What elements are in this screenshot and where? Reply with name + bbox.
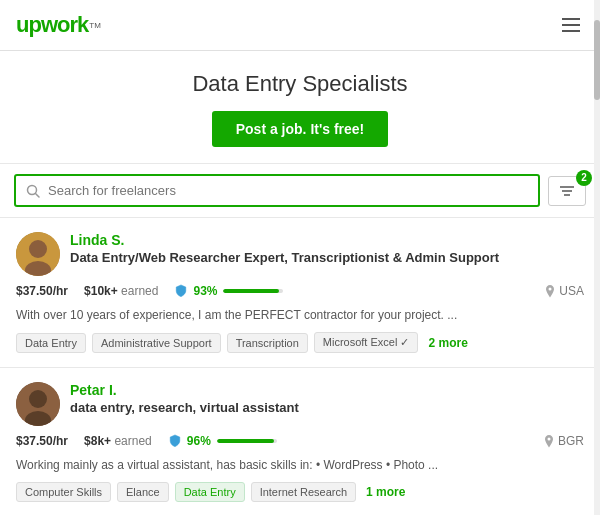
shield-icon (174, 284, 188, 298)
card-header: Petar I. data entry, research, virtual a… (16, 382, 584, 426)
hero-title: Data Entry Specialists (16, 71, 584, 97)
freelancer-name[interactable]: Petar I. (70, 382, 584, 398)
avatar (16, 382, 60, 426)
job-score: 96% (168, 434, 544, 448)
skill-tag[interactable]: Data Entry (175, 482, 245, 502)
shield-icon (168, 434, 182, 448)
score-bar (217, 439, 277, 443)
search-section: 2 (0, 163, 600, 218)
freelancer-description: Working mainly as a virtual assistant, h… (16, 456, 584, 474)
skill-tag[interactable]: Microsoft Excel ✓ (314, 332, 419, 353)
menu-button[interactable] (558, 14, 584, 36)
score-percent: 93% (193, 284, 217, 298)
location-text: BGR (558, 434, 584, 448)
freelancer-card: Petar I. data entry, research, virtual a… (0, 368, 600, 515)
hero-section: Data Entry Specialists Post a job. It's … (0, 51, 600, 163)
hamburger-line (562, 30, 580, 32)
location: BGR (544, 434, 584, 448)
skill-tag[interactable]: Internet Research (251, 482, 356, 502)
svg-line-1 (36, 193, 40, 197)
score-bar-fill (223, 289, 279, 293)
avatar (16, 232, 60, 276)
hamburger-line (562, 18, 580, 20)
filter-icon (559, 184, 575, 198)
hourly-rate: $37.50/hr (16, 434, 68, 448)
score-bar-container: 93% (193, 284, 283, 298)
location-text: USA (559, 284, 584, 298)
score-bar (223, 289, 283, 293)
skills-tags: Data EntryAdministrative SupportTranscri… (16, 332, 584, 353)
job-score: 93% (174, 284, 545, 298)
score-bar-container: 96% (187, 434, 277, 448)
skill-tag[interactable]: Transcription (227, 333, 308, 353)
more-tags-link[interactable]: 1 more (366, 485, 405, 499)
card-info: Linda S. Data Entry/Web Researcher Exper… (70, 232, 584, 265)
svg-point-9 (29, 390, 47, 408)
logo[interactable]: upworkTM (16, 12, 101, 38)
svg-point-6 (29, 240, 47, 258)
skill-tag[interactable]: Administrative Support (92, 333, 221, 353)
card-info: Petar I. data entry, research, virtual a… (70, 382, 584, 415)
post-job-button[interactable]: Post a job. It's free! (212, 111, 389, 147)
skills-tags: Computer SkillsElanceData EntryInternet … (16, 482, 584, 502)
location-pin-icon (544, 435, 554, 448)
earned-amount: $10k+ earned (84, 284, 158, 298)
freelancer-title: data entry, research, virtual assistant (70, 400, 584, 415)
card-header: Linda S. Data Entry/Web Researcher Exper… (16, 232, 584, 276)
search-input[interactable] (48, 183, 528, 198)
skill-tag[interactable]: Computer Skills (16, 482, 111, 502)
search-input-wrapper[interactable] (14, 174, 540, 207)
hourly-rate: $37.50/hr (16, 284, 68, 298)
page-header: upworkTM (0, 0, 600, 51)
scrollbar-track (594, 0, 600, 515)
earned-amount: $8k+ earned (84, 434, 152, 448)
logo-trademark: TM (89, 21, 101, 30)
search-icon (26, 184, 40, 198)
stats-row: $37.50/hr $10k+ earned 93% (16, 284, 584, 298)
freelancer-description: With over 10 years of experience, I am t… (16, 306, 584, 324)
stats-row: $37.50/hr $8k+ earned 96% (16, 434, 584, 448)
filter-badge: 2 (576, 170, 592, 186)
freelancer-list: Linda S. Data Entry/Web Researcher Exper… (0, 218, 600, 515)
scrollbar-thumb[interactable] (594, 20, 600, 100)
more-tags-link[interactable]: 2 more (428, 336, 467, 350)
freelancer-name[interactable]: Linda S. (70, 232, 584, 248)
skill-tag[interactable]: Data Entry (16, 333, 86, 353)
freelancer-card: Linda S. Data Entry/Web Researcher Exper… (0, 218, 600, 368)
filter-button-wrapper: 2 (548, 176, 586, 206)
score-bar-fill (217, 439, 275, 443)
score-percent: 96% (187, 434, 211, 448)
skill-tag[interactable]: Elance (117, 482, 169, 502)
logo-text: upwork (16, 12, 88, 38)
freelancer-title: Data Entry/Web Researcher Expert, Transc… (70, 250, 584, 265)
location-pin-icon (545, 285, 555, 298)
location: USA (545, 284, 584, 298)
hamburger-line (562, 24, 580, 26)
